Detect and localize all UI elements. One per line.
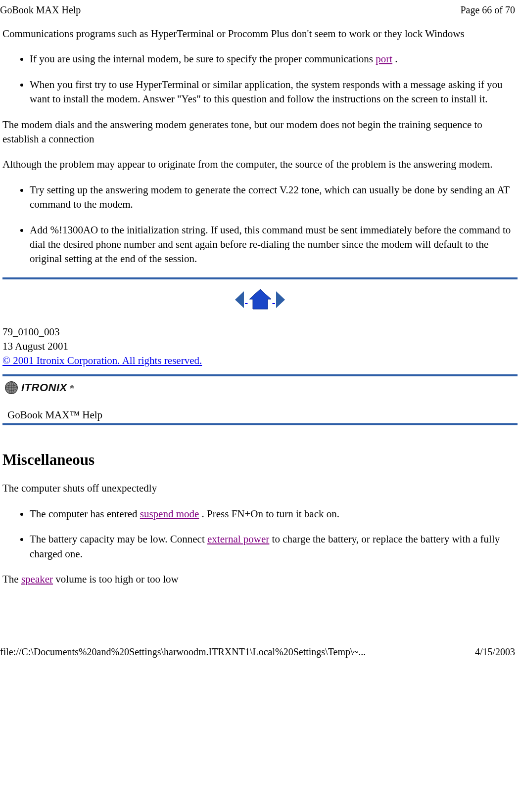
trademark-icon: ® bbox=[70, 384, 74, 391]
brand-logo: ITRONIX® bbox=[4, 380, 74, 396]
list-item: If you are using the internal modem, be … bbox=[30, 52, 518, 66]
link-port[interactable]: port bbox=[376, 53, 392, 65]
nav-bar bbox=[2, 288, 518, 311]
svg-marker-1 bbox=[249, 289, 271, 309]
svg-marker-0 bbox=[235, 291, 244, 308]
footer-path: file://C:\Documents%20and%20Settings\har… bbox=[0, 645, 366, 659]
text: . Press FN+On to turn it back on. bbox=[199, 508, 339, 520]
paragraph-shuts-off: The computer shuts off unexpectedly bbox=[2, 481, 518, 496]
text: The computer has entered bbox=[30, 508, 140, 520]
list-item: The computer has entered suspend mode . … bbox=[30, 507, 518, 521]
copyright-link[interactable]: © 2001 Itronix Corporation. All rights r… bbox=[2, 355, 202, 366]
paragraph-modem-dials: The modem dials and the answering modem … bbox=[2, 118, 518, 147]
list-item: Add %!1300AO to the initialization strin… bbox=[30, 223, 518, 267]
brand-name: ITRONIX bbox=[21, 380, 67, 396]
doc-date: 13 August 2001 bbox=[2, 339, 518, 354]
svg-marker-2 bbox=[276, 291, 285, 308]
paragraph-problem-source: Although the problem may appear to origi… bbox=[2, 157, 518, 172]
nav-home-button[interactable] bbox=[248, 293, 275, 305]
nav-prev-button[interactable] bbox=[233, 293, 247, 305]
link-external-power[interactable]: external power bbox=[207, 533, 269, 545]
arrow-right-icon bbox=[275, 290, 287, 310]
nav-next-button[interactable] bbox=[275, 293, 287, 305]
paragraph-comm-programs: Communications programs such as HyperTer… bbox=[2, 27, 518, 41]
help-line: GoBook MAX™ Help bbox=[4, 408, 516, 423]
text: The battery capacity may be low. Connect bbox=[30, 533, 207, 545]
list-item: When you first try to use HyperTerminal … bbox=[30, 78, 518, 107]
arrow-left-icon bbox=[233, 290, 245, 310]
globe-icon bbox=[4, 381, 18, 395]
header-title: GoBook MAX Help bbox=[0, 3, 81, 17]
home-icon bbox=[248, 288, 273, 311]
list-item: The battery capacity may be low. Connect… bbox=[30, 532, 518, 561]
text: If you are using the internal modem, be … bbox=[30, 53, 376, 65]
paragraph-speaker: The speaker volume is too high or too lo… bbox=[2, 572, 518, 586]
link-speaker[interactable]: speaker bbox=[21, 573, 53, 585]
list-item: Try setting up the answering modem to ge… bbox=[30, 183, 518, 212]
text: . bbox=[392, 53, 398, 65]
heading-miscellaneous: Miscellaneous bbox=[2, 449, 518, 470]
divider bbox=[2, 277, 518, 279]
footer-date: 4/15/2003 bbox=[475, 645, 515, 659]
link-suspend-mode[interactable]: suspend mode bbox=[140, 508, 199, 520]
divider bbox=[2, 423, 518, 425]
text: The bbox=[2, 573, 21, 585]
doc-number: 79_0100_003 bbox=[2, 325, 518, 339]
page-info: Page 66 of 70 bbox=[460, 3, 515, 17]
text: volume is too high or too low bbox=[53, 573, 179, 585]
